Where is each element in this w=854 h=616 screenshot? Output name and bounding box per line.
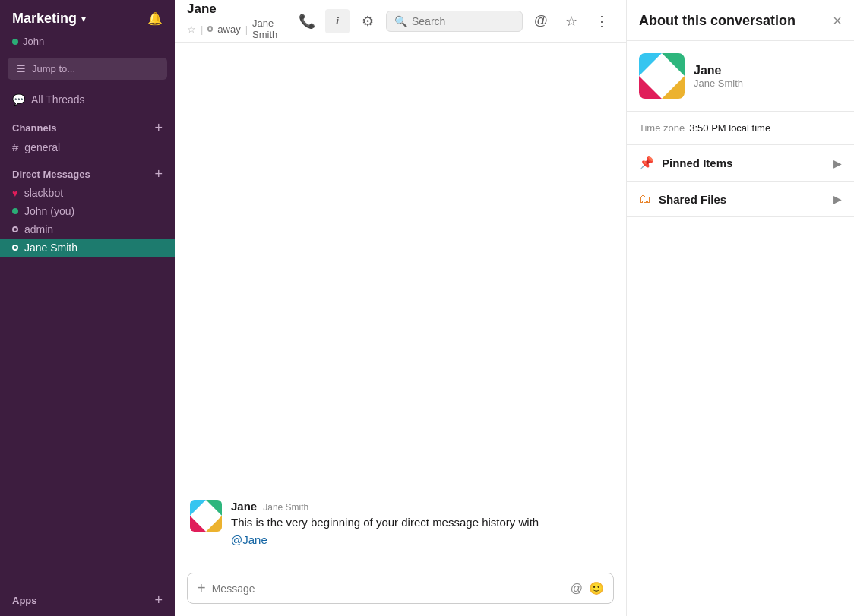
search-input[interactable] xyxy=(412,15,514,27)
input-at-button[interactable]: @ xyxy=(571,582,583,595)
add-app-button[interactable]: + xyxy=(154,593,163,607)
slackbot-heart-icon: ♥ xyxy=(12,188,18,199)
apps-header: Apps + xyxy=(0,589,175,610)
message-text: This is the very beginning of your direc… xyxy=(231,514,611,548)
panel-profile-section: Jane Jane Smith xyxy=(627,41,854,112)
shared-files-left: 🗂 Shared Files xyxy=(639,192,726,206)
panel-close-button[interactable]: × xyxy=(833,12,842,30)
chat-area: Jane Jane Smith This is the very beginni… xyxy=(175,43,626,616)
john-name: John (you) xyxy=(24,205,74,217)
jump-to-button[interactable]: ☰ Jump to... xyxy=(8,58,167,80)
jump-icon: ☰ xyxy=(17,63,26,74)
workspace-chevron-icon: ▾ xyxy=(81,14,86,24)
message-avatar xyxy=(190,500,222,548)
jane-avatar-large xyxy=(190,500,222,532)
message-input-area: + @ 🙂 xyxy=(175,567,626,616)
all-threads-section: 💬 All Threads xyxy=(0,86,175,113)
dm-label: Direct Messages xyxy=(12,169,90,180)
direct-messages-section: Direct Messages + ♥ slackbot John (you) … xyxy=(0,160,175,260)
search-icon: 🔍 xyxy=(394,15,407,27)
sidebar: Marketing ▾ 🔔 John ☰ Jump to... 💬 All Th… xyxy=(0,0,175,616)
message-input[interactable] xyxy=(212,583,565,595)
messages-container: Jane Jane Smith This is the very beginni… xyxy=(175,43,626,567)
pinned-items-left: 📌 Pinned Items xyxy=(639,156,732,170)
message-input-box: + @ 🙂 xyxy=(187,573,614,604)
profile-full-name: Jane Smith xyxy=(694,77,743,89)
sidebar-item-admin[interactable]: admin xyxy=(0,220,175,239)
john-online-dot xyxy=(12,208,18,214)
workspace-name[interactable]: Marketing ▾ xyxy=(12,11,86,27)
pinned-items-section[interactable]: 📌 Pinned Items ▶ xyxy=(627,145,854,182)
star-icon[interactable]: ☆ xyxy=(187,24,196,35)
message-sender-row: Jane Jane Smith xyxy=(231,500,611,513)
jump-to-label: Jump to... xyxy=(32,63,75,74)
channel-status-label: away xyxy=(217,24,240,35)
at-button[interactable]: @ xyxy=(529,9,553,33)
right-panel: About this conversation × Jane Jane Smit… xyxy=(626,0,854,616)
sidebar-bottom: Apps + xyxy=(0,583,175,616)
channels-section: Channels + # general xyxy=(0,113,175,160)
user-online-dot xyxy=(12,39,18,45)
jane-away-dot xyxy=(12,245,18,251)
add-channel-button[interactable]: + xyxy=(154,121,163,134)
panel-title: About this conversation xyxy=(639,13,795,29)
sidebar-header: Marketing ▾ 🔔 xyxy=(0,0,175,34)
current-user-name: John xyxy=(23,36,44,47)
phone-button[interactable]: 📞 xyxy=(295,9,319,33)
info-icon: i xyxy=(336,14,339,27)
channel-meta: ☆ | away | Jane Smith xyxy=(187,17,289,40)
topbar-actions: 📞 i ⚙ 🔍 @ ☆ ⋮ xyxy=(295,9,614,33)
files-icon: 🗂 xyxy=(639,192,651,206)
admin-away-dot xyxy=(12,226,18,232)
all-threads-label: All Threads xyxy=(31,93,85,106)
slackbot-name: slackbot xyxy=(24,187,63,199)
message-sender-name: Jane xyxy=(231,500,257,513)
timezone-row: Time zone 3:50 PM local time xyxy=(627,112,854,145)
channels-label: Channels xyxy=(12,122,57,134)
at-icon: @ xyxy=(534,13,548,29)
add-dm-button[interactable]: + xyxy=(154,167,163,181)
pinned-items-label: Pinned Items xyxy=(662,156,732,169)
message-content: Jane Jane Smith This is the very beginni… xyxy=(231,500,611,548)
more-icon: ⋮ xyxy=(595,13,609,30)
channels-header: Channels + xyxy=(0,116,175,137)
shared-files-section[interactable]: 🗂 Shared Files ▶ xyxy=(627,182,854,217)
message-body: This is the very beginning of your direc… xyxy=(231,516,539,529)
right-panel-header: About this conversation × xyxy=(627,0,854,41)
shared-files-label: Shared Files xyxy=(659,193,726,206)
panel-profile-avatar xyxy=(639,53,685,99)
info-button[interactable]: i xyxy=(325,9,350,33)
sidebar-item-jane-smith[interactable]: Jane Smith xyxy=(0,239,175,257)
mention-link[interactable]: @Jane xyxy=(231,533,267,546)
pinned-chevron-icon: ▶ xyxy=(833,157,842,169)
main-content: Jane ☆ | away | Jane Smith 📞 i ⚙ 🔍 xyxy=(175,0,626,616)
channel-title: Jane xyxy=(187,2,289,17)
channel-name-general: general xyxy=(24,141,60,153)
timezone-value: 3:50 PM local time xyxy=(689,122,770,134)
sidebar-item-all-threads[interactable]: 💬 All Threads xyxy=(0,89,175,110)
pin-icon: 📌 xyxy=(639,156,654,170)
topbar: Jane ☆ | away | Jane Smith 📞 i ⚙ 🔍 xyxy=(175,0,626,43)
apps-label: Apps xyxy=(12,595,37,606)
timezone-label: Time zone xyxy=(639,122,685,134)
threads-icon: 💬 xyxy=(12,93,25,106)
channel-full-name: Jane Smith xyxy=(252,17,289,40)
sidebar-item-john[interactable]: John (you) xyxy=(0,202,175,220)
profile-display-name: Jane xyxy=(694,64,743,77)
input-add-button[interactable]: + xyxy=(197,580,206,597)
more-button[interactable]: ⋮ xyxy=(590,9,614,33)
settings-button[interactable]: ⚙ xyxy=(356,9,380,33)
channel-name-area: Jane ☆ | away | Jane Smith xyxy=(187,2,289,40)
notifications-bell-icon[interactable]: 🔔 xyxy=(147,11,163,26)
star-button[interactable]: ☆ xyxy=(559,9,584,33)
user-status-row: John xyxy=(0,34,175,55)
dm-header: Direct Messages + xyxy=(0,163,175,184)
workspace-title: Marketing xyxy=(12,11,77,27)
profile-info: Jane Jane Smith xyxy=(694,64,743,89)
sidebar-item-general[interactable]: # general xyxy=(0,137,175,156)
jane-smith-name: Jane Smith xyxy=(24,242,77,254)
channel-away-dot xyxy=(207,26,213,32)
phone-icon: 📞 xyxy=(299,13,315,30)
input-emoji-button[interactable]: 🙂 xyxy=(589,581,604,595)
sidebar-item-slackbot[interactable]: ♥ slackbot xyxy=(0,184,175,202)
